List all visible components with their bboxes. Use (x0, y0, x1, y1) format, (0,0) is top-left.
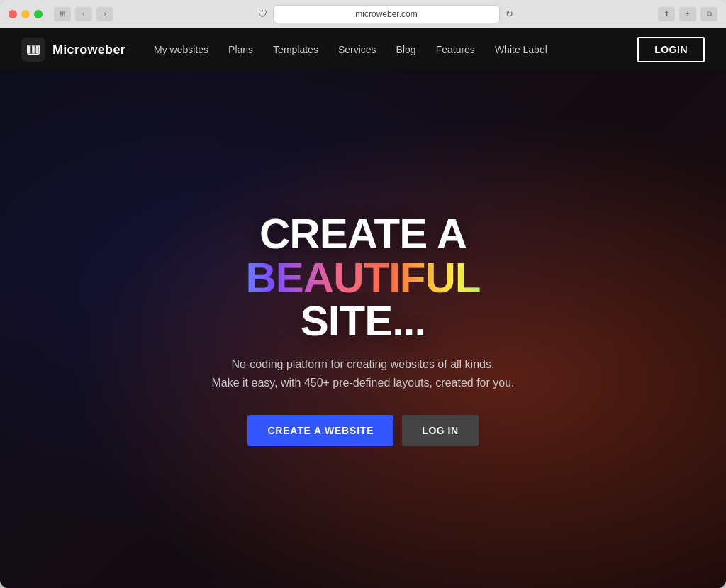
nav-controls: ⊞ ‹ › (54, 7, 113, 21)
logo-text: Microweber (52, 43, 125, 57)
nav-templates[interactable]: Templates (273, 44, 318, 55)
login-button[interactable]: LOGIN (637, 37, 705, 62)
nav-links: My websites Plans Templates Services Blo… (154, 44, 637, 55)
hero-subtitle: No-coding platform for creating websites… (211, 355, 514, 392)
hero-title-line3: SITE... (211, 300, 514, 343)
hero-content: CREATE A BEAUTIFUL SITE... No-coding pla… (197, 199, 528, 460)
create-website-button[interactable]: CREATE A WEBSITE (247, 415, 393, 446)
address-bar-area: 🛡 microweber.com ↻ (119, 5, 652, 23)
nav-services[interactable]: Services (338, 44, 376, 55)
sidebar-toggle[interactable]: ⊞ (54, 7, 71, 21)
share-button[interactable]: ⬆ (658, 7, 675, 21)
traffic-lights (9, 10, 43, 18)
site-navbar: Microweber My websites Plans Templates S… (0, 28, 726, 71)
url-text: microweber.com (355, 9, 417, 19)
title-bar: ⊞ ‹ › 🛡 microweber.com ↻ ⬆ + ⧉ (0, 0, 726, 28)
address-bar[interactable]: microweber.com (273, 5, 500, 23)
nav-blog[interactable]: Blog (396, 44, 416, 55)
forward-button[interactable]: › (96, 7, 113, 21)
logo-icon (21, 38, 45, 62)
logo-area[interactable]: Microweber (21, 38, 125, 62)
back-button[interactable]: ‹ (75, 7, 92, 21)
maximize-button[interactable] (34, 10, 43, 18)
hero-section: CREATE A BEAUTIFUL SITE... No-coding pla… (0, 71, 726, 588)
tabs-button[interactable]: ⧉ (700, 7, 717, 21)
security-icon: 🛡 (258, 9, 267, 19)
hero-subtitle-line1: No-coding platform for creating websites… (211, 355, 514, 374)
hero-title-line1: CREATE A (211, 213, 514, 255)
nav-my-websites[interactable]: My websites (154, 44, 208, 55)
close-button[interactable] (9, 10, 17, 18)
hero-subtitle-line2: Make it easy, with 450+ pre-defined layo… (211, 374, 514, 392)
nav-white-label[interactable]: White Label (495, 44, 547, 55)
nav-features[interactable]: Features (436, 44, 475, 55)
nav-plans[interactable]: Plans (228, 44, 253, 55)
hero-buttons: CREATE A WEBSITE LOG IN (211, 415, 514, 446)
reload-icon[interactable]: ↻ (506, 9, 513, 19)
browser-content: Microweber My websites Plans Templates S… (0, 28, 726, 588)
minimize-button[interactable] (21, 10, 30, 18)
hero-title-line2: BEAUTIFUL (211, 255, 514, 300)
browser-window: ⊞ ‹ › 🛡 microweber.com ↻ ⬆ + ⧉ (0, 0, 726, 588)
new-tab-button[interactable]: + (679, 7, 696, 21)
hero-login-button[interactable]: LOG IN (402, 415, 478, 446)
title-bar-right: ⬆ + ⧉ (658, 7, 717, 21)
